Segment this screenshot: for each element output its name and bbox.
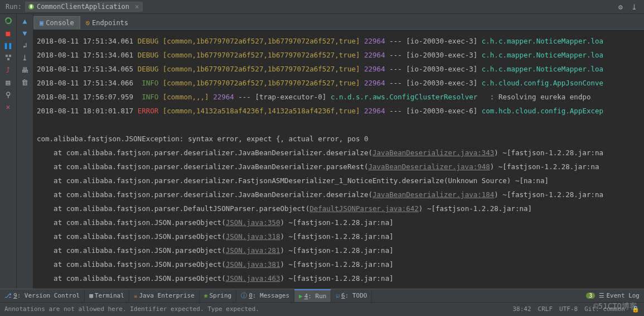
close-panel-icon[interactable]: ✕ [4, 102, 13, 111]
file-encoding[interactable]: UTF-8 [559, 305, 578, 313]
todo-icon: ☑ [336, 292, 340, 299]
pause-icon[interactable]: ❚❚ [4, 41, 13, 50]
run-config-tab[interactable]: CommonClientApplication × [25, 2, 143, 12]
stop-icon[interactable]: ■ [4, 28, 13, 37]
status-message: Annotations are not allowed here. Identi… [4, 305, 259, 313]
stack-frame: at com.alibaba.fastjson.parser.deseriali… [37, 160, 642, 174]
spring-icon: ❀ [204, 292, 208, 299]
log-line: 2018-08-11 17:51:34.065 DEBUG [common,1b… [37, 62, 642, 76]
down-icon[interactable]: ▼ [21, 28, 30, 37]
svg-rect-1 [6, 55, 8, 57]
tool-version-control[interactable]: ⎇ 9: Version Control [0, 289, 85, 302]
console-gutter: ▲ ▼ ↲ ⤓ 🖶 🗑 [17, 14, 33, 289]
stack-frame: at com.alibaba.fastjson.JSON.parseObject… [37, 257, 642, 271]
scroll-end-icon[interactable]: ⤓ [21, 53, 30, 62]
stack-frame: at com.alibaba.fastjson.JSON.parseObject… [37, 243, 642, 257]
msg-label: : Messages [253, 292, 289, 299]
source-link[interactable]: JSON.java:318 [226, 232, 280, 241]
run-gutter-left: ■ ❚❚ ⤴ ▤ ⚲ ✕ [0, 14, 17, 289]
javaee-label: Java Enterprise [139, 292, 194, 299]
tool-window-bar: ⎇ 9: Version Control ▩ Terminal ☕ Java E… [0, 289, 644, 302]
stack-frame: at com.alibaba.fastjson.parser.deseriali… [37, 146, 642, 160]
source-link[interactable]: JSON.java:281 [226, 246, 280, 255]
source-link[interactable]: DefaultJSONParser.java:642 [309, 204, 419, 213]
tab-endpoints-label: Endpoints [92, 19, 128, 27]
log-line: 2018-08-11 18:01:01.817 ERROR [common,14… [37, 104, 642, 118]
log-line: 2018-08-11 17:56:07.959 INFO [common,,,]… [37, 90, 642, 104]
up-icon[interactable]: ▲ [21, 16, 30, 25]
exit-icon[interactable]: ⤴ [4, 65, 13, 74]
stack-frame: at com.alibaba.fastjson.parser.deseriali… [37, 188, 642, 202]
msg-num: 0 [249, 292, 253, 299]
terminal-icon: ▩ [89, 292, 93, 299]
log-line: 2018-08-11 17:51:34.061 DEBUG [common,1b… [37, 48, 642, 62]
minimize-icon[interactable]: ⤓ [630, 2, 638, 11]
run-config-name: CommonClientApplication [37, 3, 129, 11]
pin-icon[interactable]: ⚲ [4, 90, 13, 99]
run-toolbar: Run: CommonClientApplication × ⚙ ⤓ [0, 0, 644, 14]
status-right: 38:42 CRLF UTF-8 Git: common 🔒 [512, 305, 640, 313]
vc-num: 9 [13, 292, 17, 299]
run-lbl: : Run [308, 293, 326, 300]
tab-endpoints[interactable]: ⎋ Endpoints [80, 17, 134, 29]
dump-threads-icon[interactable] [4, 53, 13, 62]
source-link[interactable]: JavaBeanDeserializer.java:343 [372, 149, 494, 157]
caret-pos: 38:42 [512, 305, 531, 313]
source-link[interactable]: JavaBeanDeserializer.java:948 [369, 162, 490, 171]
spring-boot-icon [28, 3, 35, 10]
log-line: 2018-08-11 17:51:34.066 INFO [common,1b6… [37, 76, 642, 90]
stack-frame: at com.alibaba.fastjson.JSON.parseObject… [37, 216, 642, 229]
java-icon: ☕ [134, 292, 138, 299]
clear-icon[interactable]: 🗑 [21, 78, 30, 87]
soft-wrap-icon[interactable]: ↲ [21, 41, 30, 50]
source-link[interactable]: JSON.java:463 [226, 274, 280, 283]
event-badge: 3 [586, 293, 595, 299]
event-log-icon: ☰ [599, 292, 604, 299]
todo-label: : TODO [345, 292, 367, 299]
console-output[interactable]: 2018-08-11 17:51:34.061 DEBUG [common,1b… [33, 30, 644, 289]
tab-console[interactable]: ▣ Console [33, 16, 80, 29]
git-branch[interactable]: Git: common [584, 305, 625, 313]
run-label: Run: [2, 2, 25, 12]
tool-terminal[interactable]: ▩ Terminal [85, 289, 129, 302]
exception-line: com.alibaba.fastjson.JSONException: synt… [37, 132, 642, 146]
rerun-icon[interactable] [4, 16, 13, 25]
print-icon[interactable]: 🖶 [21, 65, 30, 74]
tool-java-ee[interactable]: ☕ Java Enterprise [129, 289, 200, 302]
source-link[interactable]: JSON.java:381 [226, 260, 280, 269]
close-icon[interactable]: × [135, 3, 139, 11]
source-link[interactable]: JSON.java:350 [226, 218, 280, 227]
spring-label: Spring [209, 292, 231, 299]
endpoints-icon: ⎋ [86, 19, 90, 27]
terminal-label: Terminal [95, 292, 124, 299]
lock-icon[interactable]: 🔒 [632, 305, 640, 313]
vc-label: : Version Control [17, 292, 80, 299]
tool-event-log[interactable]: 3 ☰ Event Log [582, 289, 644, 302]
todo-num: 6 [341, 292, 345, 299]
source-link[interactable]: JavaBeanDeserializer.java:184 [372, 190, 494, 199]
stack-frame: at com.alibaba.fastjson.parser.DefaultJS… [37, 202, 642, 216]
svg-rect-3 [7, 58, 9, 60]
tool-run[interactable]: ▶ 4: Run [294, 289, 331, 302]
run-icon: ▶ [299, 293, 303, 300]
line-sep[interactable]: CRLF [538, 305, 553, 313]
tool-messages[interactable]: ⓘ 0: Messages [236, 289, 294, 302]
tab-console-label: Console [46, 19, 74, 27]
stack-frame: at com.alibaba.fastjson.JSON.parseObject… [37, 271, 642, 285]
layout-icon[interactable]: ▤ [4, 78, 13, 87]
content-col: ▣ Console ⎋ Endpoints 2018-08-11 17:51:3… [33, 14, 644, 289]
status-bar: Annotations are not allowed here. Identi… [0, 302, 644, 315]
console-icon: ▣ [40, 19, 43, 27]
log-line: 2018-08-11 17:51:34.061 DEBUG [common,1b… [37, 34, 642, 48]
toolbar-right: ⚙ ⤓ [616, 2, 642, 11]
tool-spring[interactable]: ❀ Spring [200, 289, 236, 302]
settings-gear-icon[interactable]: ⚙ [616, 2, 625, 11]
svg-rect-2 [9, 55, 11, 57]
tool-todo[interactable]: ☑ 6: TODO [331, 289, 372, 302]
event-log-label: Event Log [606, 292, 640, 299]
stack-frame: at com.alibaba.fastjson.parser.deseriali… [37, 174, 642, 188]
inner-tabs: ▣ Console ⎋ Endpoints [33, 14, 644, 30]
vcs-icon: ⎇ [4, 292, 12, 299]
stack-frame: at com.alibaba.fastjson.JSON.parseObject… [37, 229, 642, 243]
main-row: ■ ❚❚ ⤴ ▤ ⚲ ✕ ▲ ▼ ↲ ⤓ 🖶 🗑 ▣ Console ⎋ End… [0, 14, 644, 289]
